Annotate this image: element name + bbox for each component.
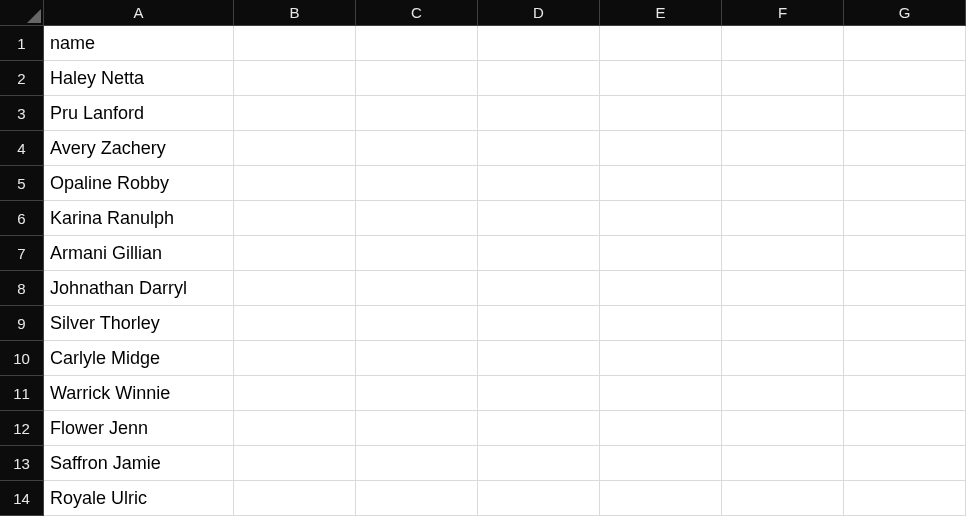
cell-D4[interactable] xyxy=(478,131,600,166)
cell-B13[interactable] xyxy=(234,446,356,481)
cell-A8[interactable]: Johnathan Darryl xyxy=(44,271,234,306)
cell-B9[interactable] xyxy=(234,306,356,341)
cell-D12[interactable] xyxy=(478,411,600,446)
cell-D2[interactable] xyxy=(478,61,600,96)
cell-A2[interactable]: Haley Netta xyxy=(44,61,234,96)
cell-G14[interactable] xyxy=(844,481,966,516)
row-header-1[interactable]: 1 xyxy=(0,26,44,61)
cell-F2[interactable] xyxy=(722,61,844,96)
cell-G12[interactable] xyxy=(844,411,966,446)
cell-C11[interactable] xyxy=(356,376,478,411)
col-header-B[interactable]: B xyxy=(234,0,356,26)
row-header-9[interactable]: 9 xyxy=(0,306,44,341)
row-header-2[interactable]: 2 xyxy=(0,61,44,96)
row-header-7[interactable]: 7 xyxy=(0,236,44,271)
cell-E2[interactable] xyxy=(600,61,722,96)
cell-E4[interactable] xyxy=(600,131,722,166)
cell-G6[interactable] xyxy=(844,201,966,236)
cell-E10[interactable] xyxy=(600,341,722,376)
cell-E11[interactable] xyxy=(600,376,722,411)
cell-C8[interactable] xyxy=(356,271,478,306)
cell-D3[interactable] xyxy=(478,96,600,131)
col-header-D[interactable]: D xyxy=(478,0,600,26)
cell-A6[interactable]: Karina Ranulph xyxy=(44,201,234,236)
cell-C5[interactable] xyxy=(356,166,478,201)
cell-F12[interactable] xyxy=(722,411,844,446)
cell-B11[interactable] xyxy=(234,376,356,411)
cell-A4[interactable]: Avery Zachery xyxy=(44,131,234,166)
cell-C2[interactable] xyxy=(356,61,478,96)
cell-D5[interactable] xyxy=(478,166,600,201)
cell-F6[interactable] xyxy=(722,201,844,236)
cell-G4[interactable] xyxy=(844,131,966,166)
cell-A7[interactable]: Armani Gillian xyxy=(44,236,234,271)
col-header-A[interactable]: A xyxy=(44,0,234,26)
col-header-F[interactable]: F xyxy=(722,0,844,26)
row-header-3[interactable]: 3 xyxy=(0,96,44,131)
cell-E12[interactable] xyxy=(600,411,722,446)
cell-F1[interactable] xyxy=(722,26,844,61)
cell-F4[interactable] xyxy=(722,131,844,166)
cell-B6[interactable] xyxy=(234,201,356,236)
cell-E8[interactable] xyxy=(600,271,722,306)
cell-G8[interactable] xyxy=(844,271,966,306)
col-header-E[interactable]: E xyxy=(600,0,722,26)
cell-A9[interactable]: Silver Thorley xyxy=(44,306,234,341)
cell-F14[interactable] xyxy=(722,481,844,516)
cell-A3[interactable]: Pru Lanford xyxy=(44,96,234,131)
cell-D1[interactable] xyxy=(478,26,600,61)
row-header-8[interactable]: 8 xyxy=(0,271,44,306)
cell-B4[interactable] xyxy=(234,131,356,166)
cell-C10[interactable] xyxy=(356,341,478,376)
cell-C6[interactable] xyxy=(356,201,478,236)
cell-E5[interactable] xyxy=(600,166,722,201)
cell-D10[interactable] xyxy=(478,341,600,376)
cell-F5[interactable] xyxy=(722,166,844,201)
cell-G10[interactable] xyxy=(844,341,966,376)
cell-C7[interactable] xyxy=(356,236,478,271)
cell-B3[interactable] xyxy=(234,96,356,131)
cell-A14[interactable]: Royale Ulric xyxy=(44,481,234,516)
cell-B5[interactable] xyxy=(234,166,356,201)
cell-C13[interactable] xyxy=(356,446,478,481)
cell-B12[interactable] xyxy=(234,411,356,446)
cell-F7[interactable] xyxy=(722,236,844,271)
row-header-5[interactable]: 5 xyxy=(0,166,44,201)
cell-E1[interactable] xyxy=(600,26,722,61)
cell-C12[interactable] xyxy=(356,411,478,446)
cell-F3[interactable] xyxy=(722,96,844,131)
cell-B10[interactable] xyxy=(234,341,356,376)
cell-F10[interactable] xyxy=(722,341,844,376)
cell-D13[interactable] xyxy=(478,446,600,481)
row-header-14[interactable]: 14 xyxy=(0,481,44,516)
row-header-11[interactable]: 11 xyxy=(0,376,44,411)
row-header-6[interactable]: 6 xyxy=(0,201,44,236)
cell-A13[interactable]: Saffron Jamie xyxy=(44,446,234,481)
select-all-corner[interactable] xyxy=(0,0,44,26)
cell-A10[interactable]: Carlyle Midge xyxy=(44,341,234,376)
cell-D8[interactable] xyxy=(478,271,600,306)
cell-G9[interactable] xyxy=(844,306,966,341)
cell-E14[interactable] xyxy=(600,481,722,516)
cell-E3[interactable] xyxy=(600,96,722,131)
cell-E13[interactable] xyxy=(600,446,722,481)
row-header-13[interactable]: 13 xyxy=(0,446,44,481)
cell-G11[interactable] xyxy=(844,376,966,411)
cell-F8[interactable] xyxy=(722,271,844,306)
cell-D11[interactable] xyxy=(478,376,600,411)
cell-B2[interactable] xyxy=(234,61,356,96)
cell-G5[interactable] xyxy=(844,166,966,201)
cell-A12[interactable]: Flower Jenn xyxy=(44,411,234,446)
cell-F9[interactable] xyxy=(722,306,844,341)
col-header-C[interactable]: C xyxy=(356,0,478,26)
cell-F13[interactable] xyxy=(722,446,844,481)
cell-A11[interactable]: Warrick Winnie xyxy=(44,376,234,411)
cell-G1[interactable] xyxy=(844,26,966,61)
cell-C1[interactable] xyxy=(356,26,478,61)
cell-E7[interactable] xyxy=(600,236,722,271)
cell-A1[interactable]: name xyxy=(44,26,234,61)
cell-B8[interactable] xyxy=(234,271,356,306)
col-header-G[interactable]: G xyxy=(844,0,966,26)
cell-E6[interactable] xyxy=(600,201,722,236)
cell-E9[interactable] xyxy=(600,306,722,341)
